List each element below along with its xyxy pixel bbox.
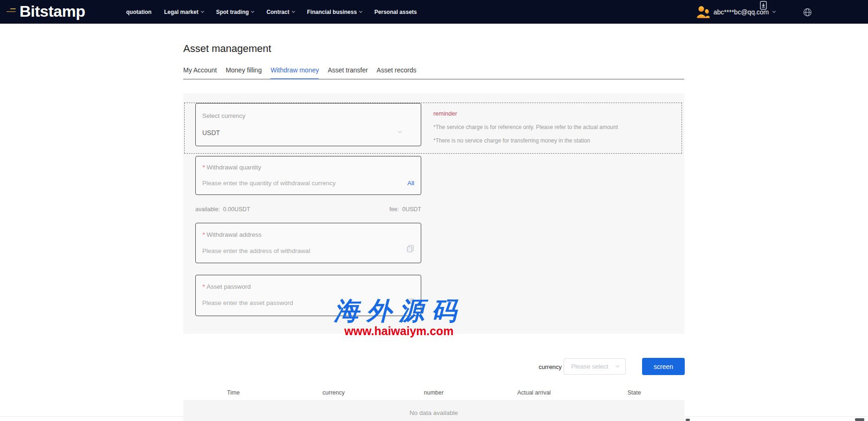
- reminder-title: reminder: [433, 110, 618, 117]
- balance-fee-row: available:0.00USDT fee:0USDT: [195, 206, 421, 213]
- chevron-down-icon: [251, 10, 254, 13]
- column-number: number: [384, 389, 484, 396]
- empty-table-row: No data available: [183, 400, 684, 421]
- bitstamp-logo[interactable]: Bitstamp: [19, 2, 85, 20]
- nav-item-contract[interactable]: Contract: [266, 9, 294, 15]
- withdraw-form-panel: Select currency USDT reminder *The servi…: [183, 93, 684, 334]
- fee-label: fee:: [389, 206, 399, 213]
- asset-password-placeholder: Please enter the asset password: [202, 299, 293, 306]
- tab-asset-transfer[interactable]: Asset transfer: [328, 66, 367, 74]
- no-data-text: No data available: [183, 409, 684, 416]
- withdrawal-address-label: Withdrawal address: [206, 231, 262, 238]
- asset-password-label: Asset password: [206, 283, 251, 290]
- reminder-block: reminder *The service charge is for refe…: [433, 110, 618, 144]
- withdrawal-quantity-label: Withdrawal quantity: [206, 164, 261, 171]
- select-currency-label: Select currency: [202, 112, 245, 119]
- tab-withdraw-money[interactable]: Withdraw money: [270, 66, 319, 74]
- reminder-line-1: *The service charge is for reference onl…: [433, 124, 618, 130]
- nav-item-spot-trading[interactable]: Spot trading: [216, 9, 254, 15]
- all-button[interactable]: All: [407, 180, 414, 187]
- currency-filter-label: currency: [539, 363, 562, 370]
- chevron-down-icon: [616, 363, 619, 367]
- currency-filter-select[interactable]: Please select: [564, 358, 626, 375]
- chevron-down-icon: [201, 10, 204, 13]
- tab-my-account[interactable]: My Account: [183, 66, 217, 74]
- nav-item-personal-assets[interactable]: Personal assets: [374, 9, 417, 15]
- scrollbar-thumb[interactable]: [855, 418, 864, 421]
- screen-button[interactable]: screen: [642, 358, 685, 375]
- download-badge-icon: [760, 1, 767, 10]
- nav-item-legal-market[interactable]: Legal market: [164, 9, 204, 15]
- currency-filter-placeholder: Please select: [571, 363, 608, 370]
- fee-value: 0USDT: [402, 206, 421, 213]
- column-time: Time: [183, 389, 283, 396]
- user-avatar-icon: [696, 5, 710, 19]
- available-value: 0.00USDT: [223, 206, 250, 213]
- language-globe-icon[interactable]: [803, 8, 812, 17]
- nav-item-quotation[interactable]: quotation: [126, 9, 152, 15]
- select-currency-field[interactable]: Select currency USDT: [195, 103, 421, 146]
- column-state: State: [584, 389, 684, 396]
- withdrawal-quantity-placeholder: Please enter the quantity of withdrawal …: [202, 180, 335, 187]
- asset-password-field[interactable]: *Asset password Please enter the asset p…: [195, 275, 421, 316]
- withdrawal-address-field[interactable]: *Withdrawal address Please enter the add…: [195, 223, 421, 263]
- paste-icon[interactable]: [406, 245, 414, 253]
- top-navbar: Bitstamp quotation Legal market Spot tra…: [0, 0, 868, 24]
- available-label: available:: [195, 206, 220, 213]
- tab-asset-records[interactable]: Asset records: [377, 66, 417, 74]
- column-actual-arrival: Actual arrival: [484, 389, 584, 396]
- records-table-header: Time currency number Actual arrival Stat…: [183, 389, 684, 396]
- eye-slash-icon[interactable]: [406, 298, 415, 304]
- required-mark: *: [202, 164, 205, 171]
- page-title: Asset management: [183, 43, 271, 55]
- chevron-down-icon: [359, 10, 362, 13]
- column-currency: currency: [283, 389, 384, 396]
- nav-item-financial-business[interactable]: Financial business: [307, 9, 362, 15]
- asset-tabs: My Account Money filling Withdraw money …: [183, 66, 684, 79]
- chevron-down-icon: [292, 10, 295, 13]
- chevron-down-icon: [398, 129, 402, 133]
- required-mark: *: [202, 283, 205, 290]
- scrollbar-thumb[interactable]: [686, 419, 690, 421]
- withdraw-money-page: Bitstamp quotation Legal market Spot tra…: [0, 0, 868, 421]
- hamburger-menu-icon[interactable]: [6, 8, 16, 12]
- main-nav: quotation Legal market Spot trading Cont…: [126, 0, 417, 24]
- chevron-down-icon: [772, 10, 776, 13]
- withdrawal-quantity-field[interactable]: *Withdrawal quantity Please enter the qu…: [195, 156, 421, 195]
- select-currency-value: USDT: [202, 129, 220, 136]
- withdrawal-address-placeholder: Please enter the address of withdrawal: [202, 247, 310, 254]
- reminder-line-2: *There is no service charge for transfer…: [433, 137, 618, 144]
- tab-money-filling[interactable]: Money filling: [225, 66, 262, 74]
- required-mark: *: [202, 231, 205, 238]
